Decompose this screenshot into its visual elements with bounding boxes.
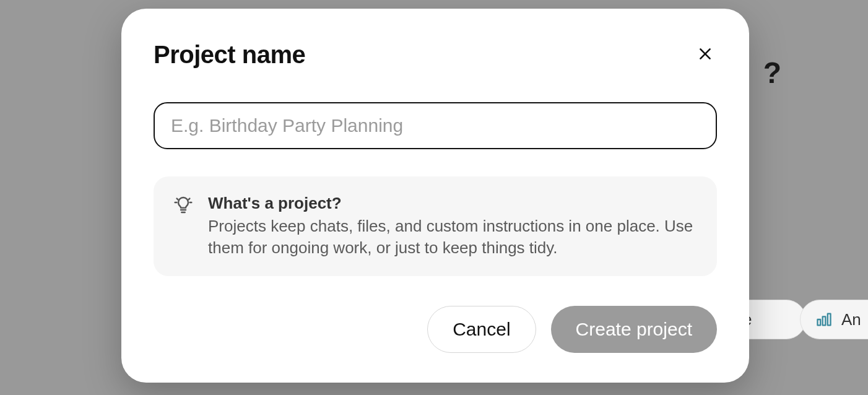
- background-pill-two: An: [800, 300, 868, 339]
- close-icon: [697, 46, 713, 64]
- svg-line-7: [177, 199, 178, 200]
- svg-line-8: [189, 199, 190, 200]
- info-box: What's a project? Projects keep chats, f…: [154, 176, 717, 276]
- cancel-button[interactable]: Cancel: [427, 306, 536, 353]
- svg-rect-2: [828, 314, 831, 326]
- close-button[interactable]: [693, 42, 717, 67]
- background-pill-two-label: An: [841, 310, 861, 329]
- modal-title: Project name: [154, 41, 305, 69]
- info-body: Projects keep chats, files, and custom i…: [208, 215, 697, 259]
- info-title: What's a project?: [208, 194, 697, 213]
- lightbulb-icon: [173, 194, 193, 259]
- create-project-modal: Project name What's a proje: [121, 9, 749, 383]
- svg-rect-0: [818, 319, 821, 325]
- modal-footer: Cancel Create project: [154, 306, 717, 353]
- svg-rect-1: [823, 316, 826, 325]
- create-project-button[interactable]: Create project: [551, 306, 717, 353]
- modal-header: Project name: [154, 41, 717, 69]
- info-content: What's a project? Projects keep chats, f…: [208, 194, 697, 259]
- background-text-fragment: ?: [763, 56, 781, 90]
- chart-icon: [815, 311, 833, 328]
- project-name-input[interactable]: [154, 102, 717, 149]
